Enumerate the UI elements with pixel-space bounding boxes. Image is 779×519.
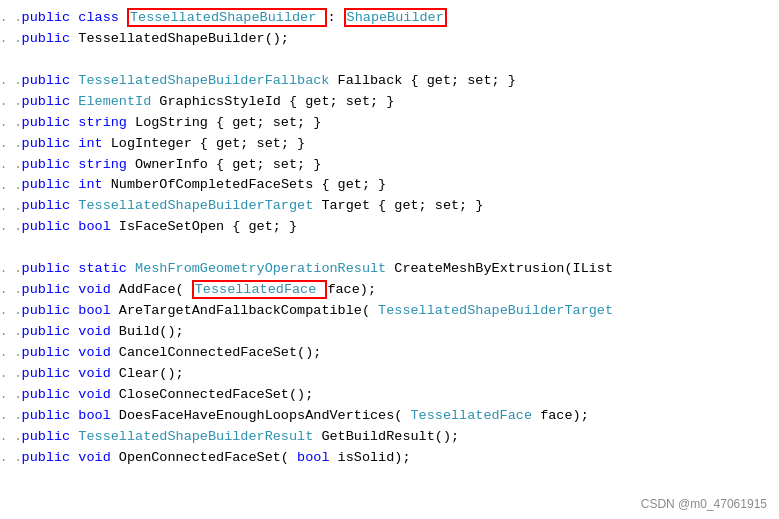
code-line-6: . . public int LogInteger { get; set; } — [0, 134, 779, 155]
code-line-5: . . public string LogString { get; set; … — [0, 113, 779, 134]
empty-line-2 — [0, 238, 779, 259]
highlight-ShapeBuilder: ShapeBuilder — [344, 8, 447, 27]
gutter-7: . . — [0, 156, 22, 175]
gutter-14: . . — [0, 323, 22, 342]
line1-content: public class TessellatedShapeBuilder : S… — [22, 8, 447, 29]
code-line-2: . . public TessellatedShapeBuilder(); — [0, 29, 779, 50]
type-ShapeBuilder: ShapeBuilder — [347, 10, 444, 25]
gutter-16: . . — [0, 365, 22, 384]
code-line-10: . . public bool IsFaceSetOpen { get; } — [0, 217, 779, 238]
gutter-19: . . — [0, 428, 22, 447]
code-line-15: . . public void CancelConnectedFaceSet()… — [0, 343, 779, 364]
code-line-16: . . public void Clear(); — [0, 364, 779, 385]
code-line-4: . . public ElementId GraphicsStyleId { g… — [0, 92, 779, 113]
gutter-18: . . — [0, 407, 22, 426]
code-line-11: . . public static MeshFromGeometryOperat… — [0, 259, 779, 280]
gutter-6: . . — [0, 135, 22, 154]
gutter-12: . . — [0, 281, 22, 300]
gutter-8: . . — [0, 177, 22, 196]
code-line-7: . . public string OwnerInfo { get; set; … — [0, 155, 779, 176]
code-line-13: . . public bool AreTargetAndFallbackComp… — [0, 301, 779, 322]
gutter-17: . . — [0, 386, 22, 405]
code-line-9: . . public TessellatedShapeBuilderTarget… — [0, 196, 779, 217]
code-line-19: . . public TessellatedShapeBuilderResult… — [0, 427, 779, 448]
kw-public-1: public — [22, 10, 71, 25]
type-TessellatedFace: TessellatedFace — [195, 282, 317, 297]
gutter-15: . . — [0, 344, 22, 363]
line2-content: public TessellatedShapeBuilder(); — [22, 29, 289, 50]
type-TessellatedShapeBuilder: TessellatedShapeBuilder — [130, 10, 316, 25]
gutter-20: . . — [0, 449, 22, 468]
empty-line-1 — [0, 50, 779, 71]
code-line-20: . . public void OpenConnectedFaceSet( bo… — [0, 448, 779, 469]
kw-class-1: class — [78, 10, 119, 25]
gutter-5: . . — [0, 114, 22, 133]
code-container: . . public class TessellatedShapeBuilder… — [0, 0, 779, 476]
highlight-TessellatedShapeBuilder: TessellatedShapeBuilder — [127, 8, 327, 27]
gutter-2: . . — [0, 30, 22, 49]
gutter-10: . . — [0, 218, 22, 237]
code-line-17: . . public void CloseConnectedFaceSet(); — [0, 385, 779, 406]
gutter-11: . . — [0, 260, 22, 279]
code-line-3: . . public TessellatedShapeBuilderFallba… — [0, 71, 779, 92]
code-line-1: . . public class TessellatedShapeBuilder… — [0, 8, 779, 29]
code-line-8: . . public int NumberOfCompletedFaceSets… — [0, 175, 779, 196]
gutter-4: . . — [0, 93, 22, 112]
gutter-13: . . — [0, 302, 22, 321]
code-line-14: . . public void Build(); — [0, 322, 779, 343]
code-line-18: . . public bool DoesFaceHaveEnoughLoopsA… — [0, 406, 779, 427]
gutter-3: . . — [0, 72, 22, 91]
watermark: CSDN @m0_47061915 — [641, 497, 767, 511]
code-line-12: . . public void AddFace( TessellatedFace… — [0, 280, 779, 301]
highlight-TessellatedFace: TessellatedFace — [192, 280, 328, 299]
gutter-9: . . — [0, 198, 22, 217]
gutter-1: . . — [0, 9, 22, 28]
